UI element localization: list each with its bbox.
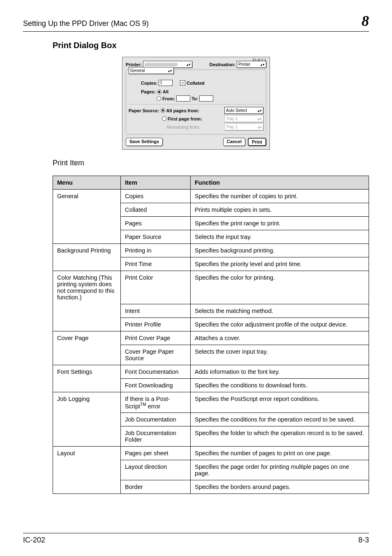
print-button[interactable]: Print	[248, 138, 266, 146]
copies-label: Copies:	[141, 81, 157, 86]
function-cell: Specifies the conditions to download fon…	[191, 378, 369, 392]
menu-cell-empty	[53, 378, 121, 392]
menu-cell-empty	[53, 413, 121, 426]
print-item-table: Menu Item Function GeneralCopiesSpecifie…	[53, 176, 369, 494]
function-cell: Specifies the page order for printing mu…	[191, 460, 369, 480]
item-cell: Collated	[121, 203, 191, 217]
pages-range-radio[interactable]	[157, 96, 161, 101]
menu-cell-empty	[53, 460, 121, 480]
chapter-number: 8	[362, 12, 369, 30]
item-cell: Pages per sheet	[121, 447, 191, 460]
function-cell: Specifies background printing.	[191, 244, 369, 257]
item-cell: Cover Page Paper Source	[121, 345, 191, 365]
menu-cell: Background Printing	[53, 244, 121, 257]
menu-cell-empty	[53, 426, 121, 447]
ps-allpages-label: All pages from:	[166, 108, 199, 113]
ps-firstpage-label: First page from:	[168, 116, 202, 121]
menu-cell-empty	[53, 257, 121, 271]
updown-icon: ▴▾	[261, 63, 265, 66]
item-cell: Job Documentation Folder	[121, 426, 191, 447]
copies-input[interactable]: 1	[159, 80, 173, 86]
function-cell: Specifies the borders around pages.	[191, 480, 369, 494]
footer-left: IC-202	[23, 536, 45, 544]
item-cell: Printer Profile	[121, 317, 191, 331]
item-cell: If there is a Post-ScriptTM error	[121, 392, 191, 413]
function-cell: Specifies the PostScript error report co…	[191, 392, 369, 413]
function-cell: Specifies the print range to print.	[191, 217, 369, 230]
menu-cell-empty	[53, 480, 121, 494]
save-settings-button[interactable]: Save Settings	[126, 138, 163, 146]
function-cell: Selects the matching method.	[191, 304, 369, 317]
updown-icon: ▴▾	[258, 109, 262, 112]
th-item: Item	[121, 176, 191, 190]
running-header: Setting Up the PPD Driver (Mac OS 9)	[23, 19, 149, 28]
destination-value: Printer	[238, 62, 250, 67]
item-cell: Font Downloading	[121, 378, 191, 392]
updown-icon: ▴▾	[187, 63, 191, 66]
panel-select[interactable]: General▴▾	[129, 67, 174, 74]
function-cell: Selects the cover input tray.	[191, 345, 369, 365]
item-cell: Copies	[121, 190, 191, 203]
pages-from-input[interactable]	[176, 95, 190, 102]
menu-cell: Cover Page	[53, 331, 121, 345]
papersource-label: Paper Source:	[129, 108, 159, 113]
pages-all-label: All	[163, 89, 168, 94]
panel-value: General	[130, 68, 145, 73]
menu-cell: Color Matching (This printing system doe…	[53, 271, 121, 304]
print-dialog: Z1-8.7.1 Printer: ▴▾ Destination: Printe…	[122, 57, 270, 150]
ps-remaining-label: Remaining from:	[167, 125, 200, 130]
ps-all-radio[interactable]	[161, 108, 165, 113]
ps-allpages-select[interactable]: Auto Select▴▾	[224, 107, 263, 114]
collated-label: Collated	[187, 81, 204, 86]
item-cell: Print Time	[121, 257, 191, 271]
subheading: Print Item	[53, 159, 369, 167]
function-cell: Specifies the number of copies to print.	[191, 190, 369, 203]
th-menu: Menu	[53, 176, 121, 190]
collated-checkbox[interactable]: ✓	[180, 80, 185, 86]
function-cell: Specifies the conditions for the operati…	[191, 413, 369, 426]
item-cell: Print Cover Page	[121, 331, 191, 345]
pages-all-radio[interactable]	[157, 90, 161, 94]
item-cell: Printing in	[121, 244, 191, 257]
ps-firstpage-value: Tray 1	[226, 116, 238, 121]
menu-cell: Layout	[53, 447, 121, 460]
item-cell: Print Color	[121, 271, 191, 304]
menu-cell-empty	[53, 217, 121, 230]
function-cell: Prints multiple copies in sets.	[191, 203, 369, 217]
pages-to-label: To:	[191, 96, 198, 101]
ps-firstpage-select: Tray 1▴▾	[224, 115, 263, 122]
item-cell: Font Documentation	[121, 365, 191, 378]
function-cell: Selects the input tray.	[191, 230, 369, 244]
ps-first-radio[interactable]	[162, 116, 166, 121]
menu-cell-empty	[53, 317, 121, 331]
menu-cell-empty	[53, 203, 121, 217]
cancel-button[interactable]: Cancel	[223, 138, 245, 146]
function-cell: Specifies the folder to which the operat…	[191, 426, 369, 447]
item-cell: Border	[121, 480, 191, 494]
section-title: Print Dialog Box	[53, 41, 369, 50]
function-cell: Adds information to the font key.	[191, 365, 369, 378]
item-cell: Job Documentation	[121, 413, 191, 426]
destination-label: Destination:	[209, 62, 235, 67]
updown-icon: ▴▾	[258, 118, 262, 120]
function-cell: Specifies the priority level and print t…	[191, 257, 369, 271]
menu-cell-empty	[53, 304, 121, 317]
dialog-version: Z1-8.7.1	[252, 58, 266, 62]
updown-icon: ▴▾	[168, 70, 172, 72]
footer-right: 8-3	[358, 536, 369, 544]
ps-allpages-value: Auto Select	[226, 108, 247, 113]
item-cell: Intent	[121, 304, 191, 317]
th-function: Function	[191, 176, 369, 190]
menu-cell: Font Settings	[53, 365, 121, 378]
pages-to-input[interactable]	[199, 95, 213, 102]
function-cell: Specifies the number of pages to print o…	[191, 447, 369, 460]
menu-cell: Job Logging	[53, 392, 121, 413]
function-cell: Specifies the color for printing.	[191, 271, 369, 304]
pages-from-label: From:	[162, 96, 175, 101]
item-cell: Pages	[121, 217, 191, 230]
menu-cell-empty	[53, 345, 121, 365]
item-cell: Paper Source	[121, 230, 191, 244]
function-cell: Attaches a cover.	[191, 331, 369, 345]
updown-icon: ▴▾	[258, 126, 262, 128]
function-cell: Specifies the color adjustment profile o…	[191, 317, 369, 331]
